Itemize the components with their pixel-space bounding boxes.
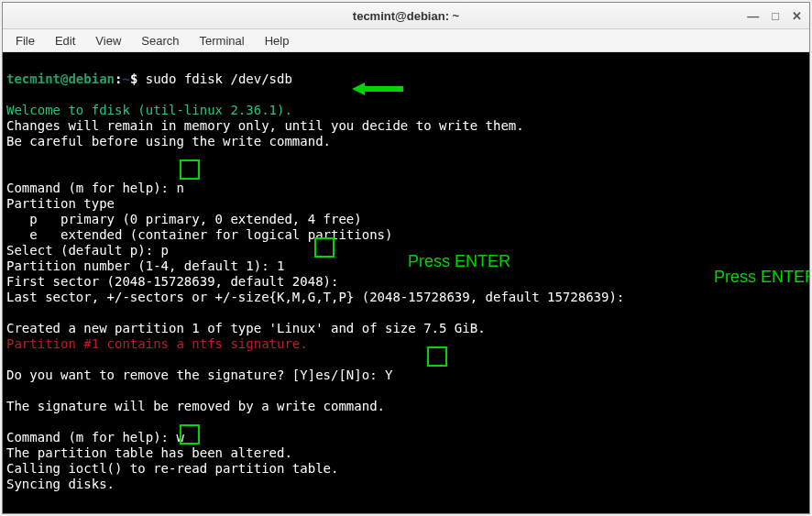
- altered-line: The partition table has been altered.: [6, 445, 292, 460]
- ioctl-line: Calling ioctl() to re-read partition tab…: [6, 461, 338, 476]
- command-text: sudo fdisk /dev/sdb: [146, 71, 292, 86]
- annotation-enter-2: Press ENTER: [714, 269, 809, 285]
- partition-number-input: 1: [277, 258, 284, 273]
- svg-marker-0: [352, 82, 403, 95]
- window-title: tecmint@debian: ~: [353, 9, 459, 23]
- signature-question: Do you want to remove the signature? [Y]…: [6, 368, 385, 382]
- maximize-button[interactable]: □: [772, 9, 779, 23]
- menu-view[interactable]: View: [86, 32, 130, 49]
- window-controls: — □ ✕: [747, 9, 802, 23]
- highlight-Y: [427, 346, 447, 367]
- menu-file[interactable]: File: [6, 32, 44, 49]
- menubar: File Edit View Search Terminal Help: [3, 29, 809, 52]
- partition-type-header: Partition type: [6, 196, 115, 211]
- highlight-w: [180, 424, 200, 445]
- close-button[interactable]: ✕: [792, 9, 802, 23]
- prompt-sigil: $: [130, 71, 146, 86]
- menu-search[interactable]: Search: [132, 32, 188, 49]
- menu-terminal[interactable]: Terminal: [191, 32, 254, 49]
- titlebar[interactable]: tecmint@debian: ~ — □ ✕: [3, 3, 809, 29]
- signature-answer: Y: [385, 368, 392, 382]
- partition-number-prompt: Partition number (1-4, default 1):: [6, 258, 277, 273]
- menu-edit[interactable]: Edit: [46, 32, 84, 49]
- highlight-1: [314, 237, 335, 258]
- careful-line: Be careful before using the write comman…: [6, 134, 331, 148]
- last-sector-line: Last sector, +/-sectors or +/-size{K,M,G…: [6, 290, 624, 304]
- cmd1-prompt: Command (m for help):: [6, 181, 176, 195]
- cmd2-prompt: Command (m for help):: [6, 430, 176, 445]
- cmd1-input: n: [176, 181, 183, 195]
- partition-type-extended: e extended (container for logical partit…: [6, 227, 392, 242]
- annotation-enter-1: Press ENTER: [408, 254, 510, 269]
- arrow-icon: [352, 52, 403, 127]
- ntfs-warning: Partition #1 contains a ntfs signature.: [6, 336, 308, 351]
- mem-line: Changes will remain in memory only, unti…: [6, 118, 524, 133]
- syncing-line: Syncing disks.: [6, 477, 115, 491]
- terminal-area[interactable]: tecmint@debian:~$ sudo fdisk /dev/sdb We…: [3, 52, 809, 513]
- prompt-userhost: tecmint@debian: [6, 71, 115, 86]
- menu-help[interactable]: Help: [256, 32, 299, 49]
- partition-type-primary: p primary (0 primary, 0 extended, 4 free…: [6, 212, 362, 226]
- select-default-p: Select (default p): p: [6, 243, 169, 258]
- prompt-path: ~: [122, 71, 129, 86]
- minimize-button[interactable]: —: [747, 9, 759, 23]
- created-line: Created a new partition 1 of type 'Linux…: [6, 321, 486, 335]
- welcome-line: Welcome to fdisk (util-linux 2.36.1).: [6, 103, 292, 117]
- highlight-n: [180, 159, 200, 180]
- signature-removed: The signature will be removed by a write…: [6, 399, 385, 413]
- terminal-window: tecmint@debian: ~ — □ ✕ File Edit View S…: [2, 2, 810, 514]
- first-sector-line: First sector (2048-15728639, default 204…: [6, 274, 338, 289]
